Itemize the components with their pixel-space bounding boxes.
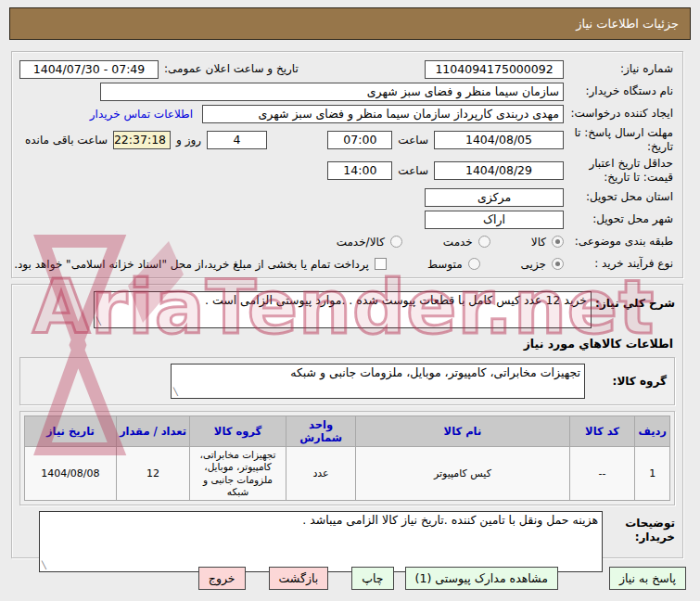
remaining-days-label: روز و bbox=[176, 134, 201, 147]
need-details-panel: شرح کلي نیاز: خرید 12 عدد کیس کامل با قط… bbox=[11, 284, 683, 558]
goods-table: ردیف کد کالا نام کالا واحد شمارش گروه کا… bbox=[24, 416, 670, 501]
process-type-label: نوع فرآیند خرید : bbox=[564, 257, 673, 271]
row-province: استان محل تحویل: مرکزی bbox=[19, 187, 673, 207]
goods-table-header-row: ردیف کد کالا نام کالا واحد شمارش گروه کا… bbox=[25, 416, 670, 447]
row-city: شهر محل تحویل: اراک bbox=[19, 210, 673, 229]
creator-field[interactable]: مهدی دربندی کارپرداز سازمان سیما منظر و … bbox=[202, 105, 564, 123]
treasury-checkbox-label: پرداخت تمام یا بخشی از مبلغ خرید،از محل … bbox=[14, 258, 369, 271]
price-validity-time-field[interactable]: 14:00 bbox=[327, 161, 392, 180]
classification-label: طبقه بندی موضوعی: bbox=[564, 235, 673, 249]
province-label: استان محل تحویل: bbox=[564, 190, 673, 204]
radio-goods-icon[interactable] bbox=[552, 236, 564, 248]
classification-option-goods-service[interactable]: کالا/خدمت bbox=[337, 236, 402, 249]
col-unit: واحد شمارش bbox=[286, 416, 355, 447]
row-classification: طبقه بندی موضوعی: کالا خدمت کالا/خدمت bbox=[19, 232, 673, 251]
need-info-panel: شماره نیاز: 1104094175000092 تاریخ و ساع… bbox=[11, 51, 683, 278]
goods-table-box: ردیف کد کالا نام کالا واحد شمارش گروه کا… bbox=[19, 411, 675, 505]
deadline-date-field[interactable]: 1404/08/05 bbox=[434, 131, 564, 149]
goods-group-box: گروه کالا: تجهیزات مخابراتی، کامپیوتر، م… bbox=[19, 357, 675, 405]
buyer-org-field[interactable]: سازمان سیما منظر و فضای سبز شهری bbox=[100, 83, 564, 101]
col-need-date: تاریخ نیاز bbox=[25, 416, 117, 447]
deadline-label: مهلت ارسال پاسخ: تا تاریخ: bbox=[564, 126, 673, 154]
classification-option-goods[interactable]: کالا bbox=[531, 236, 564, 249]
cell-row-number: 1 bbox=[635, 447, 670, 501]
table-row: 1 -- کیس کامپیوتر عدد تجهیزات مخابراتی، … bbox=[25, 447, 670, 501]
city-label: شهر محل تحویل: bbox=[564, 212, 673, 226]
col-item-code: کد کالا bbox=[569, 416, 635, 447]
col-row-number: ردیف bbox=[635, 416, 670, 447]
buyer-notes-textarea[interactable]: هزینه حمل ونقل با تامین کننده .تاریخ نیا… bbox=[39, 511, 603, 572]
goods-group-label: گروه کالا: bbox=[585, 375, 667, 389]
deadline-time-field[interactable]: 07:00 bbox=[327, 131, 392, 149]
row-buyer-notes: توضیحات خریدار: هزینه حمل ونقل با تامین … bbox=[19, 511, 675, 572]
back-button[interactable]: بازگشت bbox=[269, 567, 329, 590]
buyer-contact-link[interactable]: اطلاعات تماس خریدار bbox=[90, 108, 193, 121]
need-number-field[interactable]: 1104094175000092 bbox=[425, 60, 564, 79]
goods-section-title: اطلاعات کالاهاي مورد نیاز bbox=[19, 337, 673, 351]
buyer-org-label: نام دستگاه خریدار: bbox=[564, 84, 673, 98]
remaining-days-field: 4 bbox=[207, 131, 267, 149]
view-attachments-button[interactable]: مشاهده مدارک پیوستی (1) bbox=[405, 567, 558, 590]
remaining-time-label: ساعت باقی مانده bbox=[25, 134, 108, 147]
creator-label: ایجاد کننده درخواست: bbox=[564, 107, 673, 121]
process-option-minor[interactable]: جزیی bbox=[521, 258, 564, 271]
cell-item-name: کیس کامپیوتر bbox=[356, 447, 569, 501]
deadline-time-label: ساعت bbox=[398, 134, 428, 147]
row-price-validity: حداقل تاریخ اعتبار قیمت: تا تاریخ: 1404/… bbox=[19, 157, 673, 185]
process-option-medium[interactable]: متوسط bbox=[427, 258, 480, 271]
buyer-notes-label: توضیحات خریدار: bbox=[603, 511, 675, 544]
col-item-name: نام کالا bbox=[356, 416, 569, 447]
row-need-number: شماره نیاز: 1104094175000092 تاریخ و ساع… bbox=[19, 59, 673, 79]
treasury-payment-option[interactable]: پرداخت تمام یا بخشی از مبلغ خرید،از محل … bbox=[14, 258, 387, 271]
cell-item-code: -- bbox=[569, 447, 635, 501]
treasury-checkbox-icon[interactable] bbox=[375, 258, 387, 270]
row-process-type: نوع فرآیند خرید : جزیی متوسط پرداخت تمام… bbox=[19, 254, 673, 274]
page-title: جزئیات اطلاعات نیاز bbox=[9, 7, 691, 40]
row-buyer-org: نام دستگاه خریدار: سازمان سیما منظر و فض… bbox=[19, 82, 673, 101]
need-description-label: شرح کلي نیاز: bbox=[592, 291, 675, 311]
radio-goods-service-icon[interactable] bbox=[390, 236, 402, 248]
action-bar: پاسخ به نیاز مشاهده مدارک پیوستی (1) چاپ… bbox=[14, 567, 686, 590]
goods-group-field[interactable]: تجهیزات مخابراتی، کامپیوتر، موبایل، ملزو… bbox=[171, 364, 585, 399]
exit-button[interactable]: خروج bbox=[198, 567, 246, 590]
need-number-label: شماره نیاز: bbox=[564, 62, 673, 76]
classification-option-service[interactable]: خدمت bbox=[443, 236, 490, 249]
price-validity-label: حداقل تاریخ اعتبار قیمت: تا تاریخ: bbox=[564, 157, 673, 185]
cell-unit: عدد bbox=[286, 447, 355, 501]
radio-medium-icon[interactable] bbox=[468, 258, 480, 270]
row-creator: ایجاد کننده درخواست: مهدی دربندی کارپردا… bbox=[19, 104, 673, 123]
province-field[interactable]: مرکزی bbox=[425, 188, 564, 207]
radio-service-icon[interactable] bbox=[478, 236, 490, 248]
cell-item-group: تجهیزات مخابراتی، کامپیوتر، موبایل، ملزو… bbox=[190, 447, 286, 501]
price-validity-time-label: ساعت bbox=[398, 164, 428, 177]
remaining-time-field: 22:37:18 bbox=[113, 131, 171, 149]
row-need-description: شرح کلي نیاز: خرید 12 عدد کیس کامل با قط… bbox=[19, 291, 675, 328]
print-button[interactable]: چاپ bbox=[351, 567, 393, 590]
need-description-textarea[interactable]: خرید 12 عدد کیس کامل با قطعات پیوست شده … bbox=[94, 291, 592, 328]
col-item-group: گروه کالا bbox=[190, 416, 286, 447]
radio-minor-icon[interactable] bbox=[552, 258, 564, 270]
cell-need-date: 1404/08/08 bbox=[25, 447, 117, 501]
cell-quantity: 12 bbox=[116, 447, 189, 501]
row-deadline: مهلت ارسال پاسخ: تا تاریخ: 1404/08/05 سا… bbox=[19, 126, 673, 154]
city-field[interactable]: اراک bbox=[425, 211, 564, 229]
announce-datetime-field[interactable]: 1404/07/30 - 07:49 bbox=[19, 60, 159, 79]
announce-datetime-label: تاریخ و ساعت اعلان عمومی: bbox=[164, 62, 299, 76]
reply-to-need-button[interactable]: پاسخ به نیاز bbox=[609, 567, 686, 590]
col-quantity: تعداد / مقدار bbox=[116, 416, 189, 447]
price-validity-date-field[interactable]: 1404/08/29 bbox=[434, 161, 564, 180]
